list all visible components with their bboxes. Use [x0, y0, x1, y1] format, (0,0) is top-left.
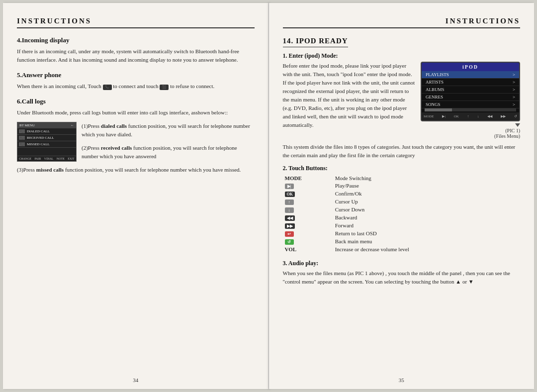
touch-buttons-body: MODE Mode Switching ▶| Play/Pause OK Con… [283, 174, 521, 253]
cl-footer: CHANGE PAIR VDIAL NOTE EXIT [17, 156, 76, 160]
section-6-title: 6.Call logs [17, 98, 255, 105]
section-6: 6.Call logs Under Bluetooth mode, press … [17, 98, 255, 179]
left-page-number: 34 [133, 377, 138, 383]
pic-label: (PIC 1) [421, 128, 520, 133]
section-2: 2. Touch Buttons: MODE Mode Switching ▶|… [283, 165, 521, 253]
btn-backward-label: Backward [333, 213, 520, 221]
table-row: ↑ Cursor Up [283, 197, 521, 205]
btn-vol: VOL [283, 245, 333, 253]
table-row: ◀◀ Backward [283, 213, 521, 221]
cl-header: BT MENU ← [17, 122, 76, 128]
section-1-title: 1. Enter (ipod) Mode: [283, 52, 521, 60]
cl-row-2: 📞 RECEIVED CALL [17, 135, 76, 141]
document-page: INSTRUCTIONS 4.Incoming display If there… [0, 0, 537, 392]
ipod-menu-songs: SONGS> [422, 101, 519, 108]
section-2-title: 2. Touch Buttons: [283, 165, 521, 172]
btn-up: ↑ [283, 197, 333, 205]
left-page: INSTRUCTIONS 4.Incoming display If there… [3, 3, 269, 389]
btn-backward: ◀◀ [283, 213, 333, 221]
arrow-down-icon [515, 123, 520, 127]
section-6-body: Under Bluetooth mode, press call logs bu… [17, 108, 255, 117]
btn-play: ▶| [283, 182, 333, 190]
section-4-body: If there is an incoming call, under any … [17, 47, 255, 64]
files-menu-text: This system divide the files into 8 type… [283, 143, 521, 160]
call-logs-image: BT MENU ← 📞 DIALED CALL 📞 RECEIVED CALL … [17, 122, 77, 162]
cl-row-1: 📞 DIALED CALL [17, 128, 76, 135]
table-row: ↓ Cursor Down [283, 205, 521, 213]
section-5-body: When there is an incoming call, Touch 📞 … [17, 82, 255, 91]
ipod-screen: iPOD PLAYLISTS> ARTISTS> ALBUMS> GENRES> [421, 62, 520, 121]
ipod-menu-genres: GENRES> [422, 94, 519, 101]
right-title: INSTRUCTIONS [283, 17, 521, 25]
table-row: ↺ Back main menu [283, 237, 521, 245]
section-4-title: 4.Incoming display [17, 36, 255, 44]
btn-return-label: Return to last OSD [333, 229, 520, 237]
btn-return: ↩ [283, 229, 333, 237]
btn-mode: MODE [283, 174, 333, 182]
btn-mode-label: Mode Switching [333, 174, 520, 182]
btn-down-label: Cursor Down [333, 205, 520, 213]
btn-down: ↓ [283, 205, 333, 213]
ipod-menu-artists: ARTISTS> [422, 79, 519, 86]
btn-ok: OK [283, 190, 333, 197]
section-5-title: 5.Answer phone [17, 71, 255, 79]
connect-button-icon: 📞 [103, 85, 112, 90]
section-14-title: 14. IPOD READY [283, 37, 348, 47]
section-3-body: When you see the files menu (as PIC 1 ab… [283, 269, 521, 286]
btn-play-label: Play/Pause [333, 182, 520, 190]
section-3: 3. Audio play: When you see the files me… [283, 260, 521, 286]
section-1: 1. Enter (ipod) Mode: iPOD PLAYLISTS> AR… [283, 52, 521, 129]
vol-fill [425, 108, 452, 111]
ipod-screen-header: iPOD [422, 63, 519, 71]
right-header: INSTRUCTIONS [283, 17, 521, 28]
right-page: INSTRUCTIONS 14. IPOD READY 1. Enter (ip… [269, 3, 535, 389]
left-header: INSTRUCTIONS [17, 17, 255, 28]
ipod-image-container: iPOD PLAYLISTS> ARTISTS> ALBUMS> GENRES> [421, 62, 520, 139]
section-4: 4.Incoming display If there is an incomi… [17, 36, 255, 64]
btn-ok-label: Confirm/Ok [333, 190, 520, 197]
files-menu-label: (Files Menu) [421, 133, 520, 139]
table-row: ▶▶ Forward [283, 221, 521, 229]
refuse-button-icon: ⬛ [160, 85, 169, 90]
table-row: MODE Mode Switching [283, 174, 521, 182]
table-row: VOL Increase or decrease volume level [283, 245, 521, 253]
btn-forward-label: Forward [333, 221, 520, 229]
cl-row-3: 📞 MISSED CALL [17, 141, 76, 148]
table-row: OK Confirm/Ok [283, 190, 521, 197]
btn-back: ↺ [283, 237, 333, 245]
vol-bar [425, 108, 516, 111]
ipod-menu-albums: ALBUMS> [422, 86, 519, 94]
touch-buttons-table: MODE Mode Switching ▶| Play/Pause OK Con… [283, 174, 521, 253]
section-5: 5.Answer phone When there is an incoming… [17, 71, 255, 91]
table-row: ↩ Return to last OSD [283, 229, 521, 237]
btn-vol-label: Increase or decrease volume level [333, 245, 520, 253]
list-item-3: (3)Press missed calls function position,… [17, 166, 255, 174]
left-title: INSTRUCTIONS [17, 17, 255, 25]
table-row: ▶| Play/Pause [283, 182, 521, 190]
section-3-title: 3. Audio play: [283, 260, 521, 267]
btn-back-label: Back main menu [333, 237, 520, 245]
ipod-bottom-bar: MODE ▶| OK ↑ ↓ ◀◀ ▶▶ ↺ [422, 112, 519, 120]
btn-forward: ▶▶ [283, 221, 333, 229]
btn-up-label: Cursor Up [333, 197, 520, 205]
right-page-number: 35 [399, 377, 404, 383]
ipod-menu-playlists: PLAYLISTS> [422, 71, 519, 79]
pic-label-container [421, 123, 520, 127]
